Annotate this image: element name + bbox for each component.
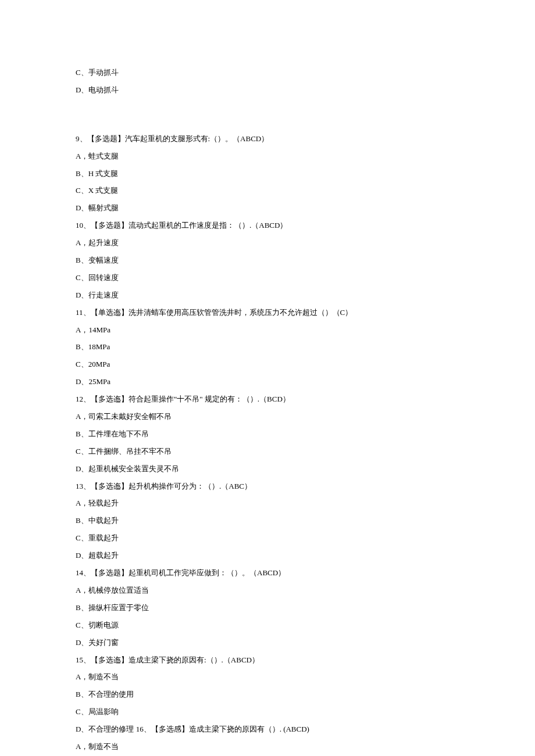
q11-stem: 11、【单选迤】洗井清蜻车使用高压软管管洗井时，系统压力不允许超过（）（C）	[76, 304, 459, 321]
q15-option-d-q16-stem: D、不合理的修理 16、【多选感】造成主梁下挠的原因有（）. (ABCD)	[76, 721, 459, 738]
q13-stem: 13、【多选迤】起升机构操作可分为：（）.（ABC）	[76, 478, 459, 495]
q12-option-d: D、起重机械安全装置失灵不吊	[76, 460, 459, 478]
q12-option-c: C、工件捆绑、吊挂不牢不吊	[76, 443, 459, 460]
q14-option-c: C、切断电源	[76, 617, 459, 634]
q11-option-d: D、25MPa	[76, 373, 459, 390]
q16-option-a: A，制造不当	[76, 738, 459, 755]
q11-option-b: B、18MPa	[76, 338, 459, 356]
q13-option-d: D、超载起升	[76, 547, 459, 564]
q9-option-a: A，蛙式支腿	[76, 148, 459, 165]
q9-option-b: B、H 式支腿	[76, 165, 459, 182]
q11-option-c: C、20MPa	[76, 356, 459, 373]
q15-option-a: A，制造不当	[76, 668, 459, 686]
q10-option-c: C、回转速度	[76, 269, 459, 286]
q9-stem: 9、【多选题】汽车起重机的支腿形式有:（）。（ABCD）	[76, 130, 459, 148]
q14-option-b: B、操纵杆应置于零位	[76, 599, 459, 617]
q10-stem: 10、【多选题】流动式起重机的工作速度是指：（）.（ABCD）	[76, 217, 459, 234]
q8-option-d: D、电动抓斗	[76, 81, 459, 99]
section-gap	[76, 99, 459, 130]
q14-stem: 14、【多选题】起重机司机工作完毕应做到：（）。（ABCD）	[76, 564, 459, 582]
q11-option-a: A，14MPa	[76, 321, 459, 339]
q13-option-b: B、中载起升	[76, 512, 459, 529]
q9-option-c: C、X 式支腿	[76, 182, 459, 199]
q14-option-d: D、关好门窗	[76, 634, 459, 651]
q15-option-c: C、局温影响	[76, 703, 459, 721]
q10-option-d: D、行走速度	[76, 286, 459, 304]
q12-option-b: B、工件埋在地下不吊	[76, 425, 459, 443]
q15-option-b: B、不合理的使用	[76, 686, 459, 703]
q15-stem: 15、【多选迤】造成主梁下挠的原因有:（）.（ABCD）	[76, 651, 459, 669]
q10-option-b: B、变幅速度	[76, 252, 459, 269]
q12-stem: 12、【多选迤】符合起重操作"十不吊" 规定的有：（）.（BCD）	[76, 390, 459, 408]
q9-option-d: D、幅射式腿	[76, 199, 459, 217]
q12-option-a: A，司索工未戴好安全帽不吊	[76, 408, 459, 425]
q8-option-c: C、手动抓斗	[76, 64, 459, 81]
q14-option-a: A，机械停放位置适当	[76, 582, 459, 599]
q13-option-c: C、重载起升	[76, 529, 459, 547]
q13-option-a: A，轻载起升	[76, 495, 459, 512]
q10-option-a: A，起升速度	[76, 234, 459, 252]
